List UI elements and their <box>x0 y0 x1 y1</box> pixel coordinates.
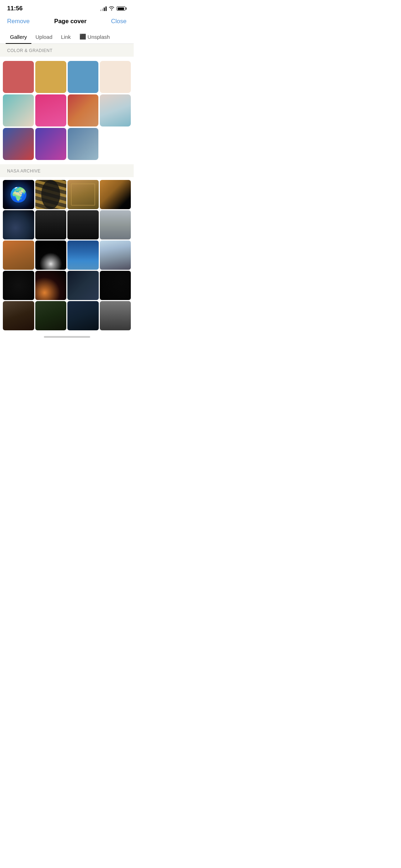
page-header: Remove Page cover Close <box>0 14 134 30</box>
color-swatch-peach[interactable] <box>100 61 131 93</box>
color-swatch-blue[interactable] <box>68 61 99 93</box>
nasa-thumb-spaceblue[interactable] <box>67 301 99 330</box>
nasa-thumb-floatingastronaut[interactable] <box>3 271 34 300</box>
close-button[interactable]: Close <box>111 18 127 25</box>
color-grid <box>0 57 134 164</box>
color-swatch-warm[interactable] <box>68 94 99 126</box>
nasa-thumb-turbine[interactable] <box>35 180 67 209</box>
nasa-thumb-spacewalk[interactable] <box>100 180 131 209</box>
color-swatch-yellow[interactable] <box>35 61 66 93</box>
tab-bar: Gallery Upload Link ⬛ Unsplash <box>0 30 134 44</box>
tab-gallery[interactable]: Gallery <box>6 30 31 43</box>
nasa-thumb-astronautsmall[interactable] <box>100 271 131 300</box>
color-section-header: COLOR & GRADIENT <box>0 44 134 57</box>
tab-unsplash[interactable]: ⬛ Unsplash <box>75 30 114 43</box>
nasa-thumb-nebula[interactable] <box>35 301 67 330</box>
nasa-thumb-moonwalk[interactable] <box>35 210 67 239</box>
color-swatch-bluegray[interactable] <box>68 128 99 160</box>
status-time: 11:56 <box>7 5 22 12</box>
nasa-thumb-graysurface[interactable] <box>100 301 131 330</box>
nasa-thumb-earth[interactable]: 🌍 <box>3 180 34 209</box>
color-swatch-teal[interactable] <box>3 94 34 126</box>
unsplash-icon: ⬛ <box>79 33 86 40</box>
bottom-bar <box>0 333 134 340</box>
color-swatch-pink[interactable] <box>35 94 66 126</box>
color-swatch-red[interactable] <box>3 61 34 93</box>
tab-upload[interactable]: Upload <box>31 30 57 43</box>
nasa-thumb-desert[interactable] <box>3 241 34 270</box>
tab-link[interactable]: Link <box>57 30 75 43</box>
nasa-thumb-nightlaunch[interactable] <box>35 241 67 270</box>
color-swatch-bluered[interactable] <box>3 128 34 160</box>
nasa-grid: 🌍 <box>0 177 134 333</box>
nasa-section-header: NASA ARCHIVE <box>0 164 134 177</box>
nasa-thumb-wright[interactable] <box>100 210 131 239</box>
status-icons <box>100 6 127 11</box>
signal-icon <box>100 6 107 11</box>
nasa-thumb-control[interactable] <box>67 210 99 239</box>
nasa-thumb-satellite[interactable] <box>67 180 99 209</box>
nasa-thumb-sunrise[interactable] <box>35 271 67 300</box>
wifi-icon <box>109 6 114 11</box>
nasa-thumb-terrain1[interactable] <box>3 301 34 330</box>
color-swatch-cool[interactable] <box>100 94 131 126</box>
page-title: Page cover <box>54 18 87 25</box>
home-indicator <box>44 336 90 338</box>
nasa-thumb-earthorbit[interactable] <box>67 241 99 270</box>
battery-icon <box>117 6 127 11</box>
nasa-thumb-solarpanel[interactable] <box>67 271 99 300</box>
remove-button[interactable]: Remove <box>7 18 30 25</box>
status-bar: 11:56 <box>0 0 134 14</box>
nasa-thumb-shuttlelaunch[interactable] <box>100 241 131 270</box>
nasa-thumb-lunar[interactable] <box>3 210 34 239</box>
color-swatch-purplepink[interactable] <box>35 128 66 160</box>
